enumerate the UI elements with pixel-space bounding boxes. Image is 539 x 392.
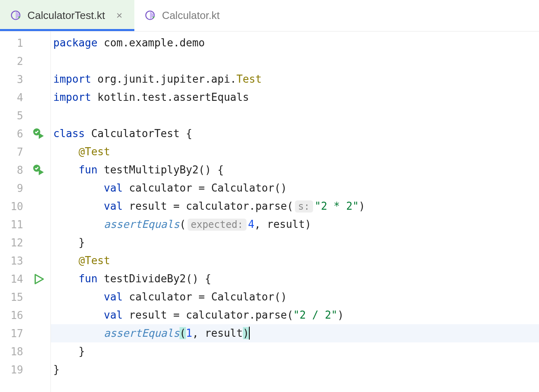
tab-calculator[interactable]: Calculator.kt (134, 0, 230, 31)
gutter-markers (27, 31, 50, 392)
line-number: 3 (0, 70, 27, 88)
code-line[interactable]: import kotlin.test.assertEquals (51, 88, 539, 106)
code-line[interactable]: import org.junit.jupiter.api.Test (51, 70, 539, 88)
gutter-spacer (27, 34, 50, 52)
code-area[interactable]: package com.example.demo import org.juni… (51, 31, 539, 392)
code-line[interactable]: val result = calculator.parse("2 / 2") (51, 306, 539, 324)
kotlin-class-icon (145, 10, 156, 21)
code-line[interactable]: @Test (51, 143, 539, 161)
line-number: 18 (0, 342, 27, 361)
tab-label: CalculatorTest.kt (27, 9, 105, 22)
code-line[interactable]: assertEquals(1, result) (51, 324, 539, 342)
editor: 12345678910111213141516171819 package co… (0, 31, 539, 392)
close-icon[interactable]: × (115, 9, 124, 22)
run-test-pass-icon[interactable] (27, 161, 50, 179)
gutter-spacer (27, 306, 50, 324)
kotlin-test-icon (10, 10, 22, 21)
code-line[interactable]: val result = calculator.parse(s:"2 * 2") (51, 197, 539, 215)
code-line[interactable] (51, 106, 539, 125)
line-number: 11 (0, 215, 27, 234)
line-number: 6 (0, 125, 27, 143)
line-number: 14 (0, 270, 27, 288)
code-line[interactable]: package com.example.demo (51, 34, 539, 52)
inlay-hint: s: (295, 200, 313, 213)
gutter-spacer (27, 252, 50, 270)
line-number: 15 (0, 288, 27, 306)
gutter-spacer (27, 288, 50, 306)
line-number: 9 (0, 179, 27, 197)
code-line[interactable]: assertEquals(expected:4, result) (51, 215, 539, 234)
tab-bar: CalculatorTest.kt × Calculator.kt (0, 0, 539, 31)
gutter-spacer (27, 179, 50, 197)
gutter-spacer (27, 234, 50, 252)
gutter-spacer (27, 88, 50, 106)
line-number: 16 (0, 306, 27, 324)
matched-bracket: ) (243, 327, 249, 339)
gutter-spacer (27, 324, 50, 342)
line-number: 8 (0, 161, 27, 179)
line-number: 17 (0, 324, 27, 342)
gutter-spacer (27, 361, 50, 379)
code-line[interactable]: val calculator = Calculator() (51, 288, 539, 306)
tab-calculatortest[interactable]: CalculatorTest.kt × (0, 0, 134, 31)
line-number: 4 (0, 88, 27, 106)
code-line[interactable]: } (51, 234, 539, 252)
gutter-spacer (27, 70, 50, 88)
gutter-spacer (27, 197, 50, 215)
gutter-spacer (27, 52, 50, 70)
code-line[interactable]: val calculator = Calculator() (51, 179, 539, 197)
code-line[interactable]: fun testDivideBy2() { (51, 270, 539, 288)
code-line[interactable]: @Test (51, 252, 539, 270)
run-test-pass-icon[interactable] (27, 125, 50, 143)
run-test-icon[interactable] (27, 270, 50, 288)
line-number: 5 (0, 106, 27, 125)
code-line[interactable]: } (51, 361, 539, 379)
gutter: 12345678910111213141516171819 (0, 31, 51, 392)
matched-bracket: ( (180, 327, 186, 339)
line-number: 1 (0, 34, 27, 52)
line-number: 12 (0, 234, 27, 252)
line-number: 7 (0, 143, 27, 161)
gutter-spacer (27, 342, 50, 361)
inlay-hint: expected: (188, 219, 247, 231)
text-caret (249, 327, 250, 340)
tab-label: Calculator.kt (162, 9, 219, 22)
gutter-spacer (27, 215, 50, 234)
line-numbers: 12345678910111213141516171819 (0, 31, 27, 392)
gutter-spacer (27, 143, 50, 161)
code-line[interactable]: } (51, 342, 539, 361)
line-number: 2 (0, 52, 27, 70)
line-number: 10 (0, 197, 27, 215)
code-line[interactable]: fun testMultiplyBy2() { (51, 161, 539, 179)
gutter-spacer (27, 106, 50, 125)
code-line[interactable] (51, 52, 539, 70)
line-number: 13 (0, 252, 27, 270)
code-line[interactable]: class CalculatorTest { (51, 125, 539, 143)
line-number: 19 (0, 361, 27, 379)
